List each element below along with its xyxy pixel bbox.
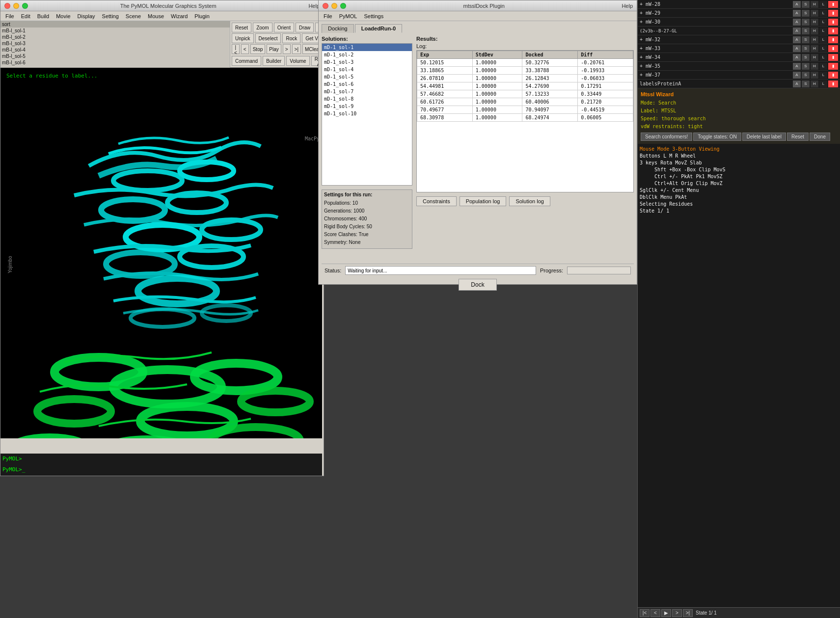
act-s-mw34[interactable]: S — [802, 54, 810, 61]
act-h-mw33[interactable]: H — [811, 45, 818, 52]
act-s-mw32[interactable]: S — [802, 36, 810, 43]
menu-file[interactable]: File — [2, 13, 17, 20]
menu-edit[interactable]: Edit — [18, 13, 33, 20]
plugin-menu-pymol[interactable]: PyMOL — [336, 13, 360, 20]
act-l-mw29[interactable]: L — [819, 10, 827, 17]
minimize-button[interactable] — [13, 3, 19, 9]
nav-fwd[interactable]: > — [283, 44, 291, 54]
act-l-mw35[interactable]: L — [819, 63, 827, 70]
pymol-viewport[interactable]: Select a residue to label... Yojimbo — [0, 68, 322, 438]
act-l-2v3b[interactable]: L — [819, 27, 827, 34]
menu-wizard[interactable]: Wizard — [168, 13, 190, 20]
close-button[interactable] — [4, 3, 10, 9]
act-a-labels[interactable]: A — [793, 81, 801, 87]
solution-10[interactable]: mD-1_sol-10 — [322, 110, 412, 117]
act-s-mw35[interactable]: S — [802, 63, 810, 70]
menu-build[interactable]: Build — [34, 13, 52, 20]
menu-display[interactable]: Display — [75, 13, 98, 20]
population-log-button[interactable]: Population log — [460, 196, 507, 206]
act-a-mw32[interactable]: A — [793, 36, 801, 43]
maximize-button[interactable] — [22, 3, 28, 9]
act-a-mw34[interactable]: A — [793, 54, 801, 61]
act-s-mw28[interactable]: S — [802, 1, 810, 8]
act-l-labels[interactable]: L — [819, 81, 827, 87]
object-5[interactable]: mB-l_sol-5 — [0, 53, 230, 59]
act-s-mw33[interactable]: S — [802, 45, 810, 52]
rock-button[interactable]: Rock — [282, 33, 300, 43]
act-r-mw37[interactable]: ▮ — [828, 72, 838, 79]
bnav-back[interactable]: < — [650, 609, 660, 617]
act-h-mw30[interactable]: H — [811, 19, 818, 26]
dock-button[interactable]: Dock — [459, 279, 496, 291]
menu-mouse[interactable]: Mouse — [145, 13, 167, 20]
solution-2[interactable]: mD-1_sol-2 — [322, 51, 412, 58]
menu-scene[interactable]: Scene — [123, 13, 144, 20]
act-l-mw28[interactable]: L — [819, 1, 827, 8]
orient-button[interactable]: Orient — [274, 23, 294, 32]
stop-button[interactable]: Stop — [250, 44, 266, 54]
plugin-minimize[interactable] — [331, 3, 337, 9]
menu-setting[interactable]: Setting — [99, 13, 122, 20]
nav-start[interactable]: |< — [232, 44, 240, 54]
act-a-mw33[interactable]: A — [793, 45, 801, 52]
wizard-search-btn[interactable]: Search conformers! — [641, 133, 692, 141]
solution-3[interactable]: mD-1_sol-3 — [322, 58, 412, 66]
constraints-button[interactable]: Constraints — [416, 196, 457, 206]
object-sort[interactable]: sort — [0, 21, 230, 27]
solution-9[interactable]: mD-1_sol-9 — [322, 103, 412, 110]
solutions-list[interactable]: mD-1_sol-1 mD-1_sol-2 mD-1_sol-3 mD-1_so… — [322, 43, 412, 186]
act-s-mw37[interactable]: S — [802, 72, 810, 79]
zoom-button[interactable]: Zoom — [253, 23, 272, 32]
object-1[interactable]: mB-l_sol-1 — [0, 27, 230, 34]
bnav-fwd[interactable]: > — [672, 609, 682, 617]
act-s-mw30[interactable]: S — [802, 19, 810, 26]
act-h-labels[interactable]: H — [811, 81, 818, 87]
act-r-mw35[interactable]: ▮ — [828, 63, 838, 70]
status-input[interactable] — [345, 266, 536, 275]
act-r-mw32[interactable]: ▮ — [828, 36, 838, 43]
plugin-maximize[interactable] — [340, 3, 346, 9]
act-r-mw33[interactable]: ▮ — [828, 45, 838, 52]
act-h-mw34[interactable]: H — [811, 54, 818, 61]
bnav-start[interactable]: |< — [640, 609, 650, 617]
act-l-mw33[interactable]: L — [819, 45, 827, 52]
draw-button[interactable]: Draw — [296, 23, 314, 32]
act-s-2v3b[interactable]: S — [802, 27, 810, 34]
act-h-mw28[interactable]: H — [811, 1, 818, 8]
solution-8[interactable]: mD-1_sol-8 — [322, 95, 412, 103]
nav-back[interactable]: < — [241, 44, 249, 54]
object-2[interactable]: mB-l_sol-2 — [0, 34, 230, 40]
act-a-mw28[interactable]: A — [793, 1, 801, 8]
act-s-labels[interactable]: S — [802, 81, 810, 87]
act-r-2v3b[interactable]: ▮ — [828, 27, 838, 34]
act-l-mw34[interactable]: L — [819, 54, 827, 61]
act-a-mw35[interactable]: A — [793, 63, 801, 70]
unpick-button[interactable]: Unpick — [232, 33, 254, 43]
act-a-mw30[interactable]: A — [793, 19, 801, 26]
act-l-mw32[interactable]: L — [819, 36, 827, 43]
plugin-menu-file[interactable]: File — [321, 13, 335, 20]
wizard-delete-btn[interactable]: Delete last label — [742, 133, 786, 141]
solution-log-button[interactable]: Solution log — [509, 196, 550, 206]
object-6[interactable]: mB-l_sol-6 — [0, 59, 230, 66]
act-h-mw29[interactable]: H — [811, 10, 818, 17]
solution-5[interactable]: mD-1_sol-5 — [322, 73, 412, 81]
command-button[interactable]: Command — [232, 56, 261, 66]
act-a-mw37[interactable]: A — [793, 72, 801, 79]
solution-1[interactable]: mD-1_sol-1 — [322, 44, 412, 51]
act-l-mw37[interactable]: L — [819, 72, 827, 79]
act-h-2v3b[interactable]: H — [811, 27, 818, 34]
act-h-mw37[interactable]: H — [811, 72, 818, 79]
bnav-play[interactable]: ▶ — [661, 609, 671, 617]
act-s-mw29[interactable]: S — [802, 10, 810, 17]
wizard-reset-btn[interactable]: Reset — [787, 133, 809, 141]
object-3[interactable]: mB-l_sol-3 — [0, 40, 230, 47]
builder-button[interactable]: Builder — [263, 56, 285, 66]
act-r-mw30[interactable]: ▮ — [828, 19, 838, 26]
act-r-mw28[interactable]: ▮ — [828, 1, 838, 8]
reset-button[interactable]: Reset — [232, 23, 251, 32]
solution-7[interactable]: mD-1_sol-7 — [322, 88, 412, 95]
menu-movie[interactable]: Movie — [53, 13, 73, 20]
menu-plugin[interactable]: Plugin — [191, 13, 213, 20]
wizard-toggle-btn[interactable]: Toggle states: ON — [693, 133, 741, 141]
